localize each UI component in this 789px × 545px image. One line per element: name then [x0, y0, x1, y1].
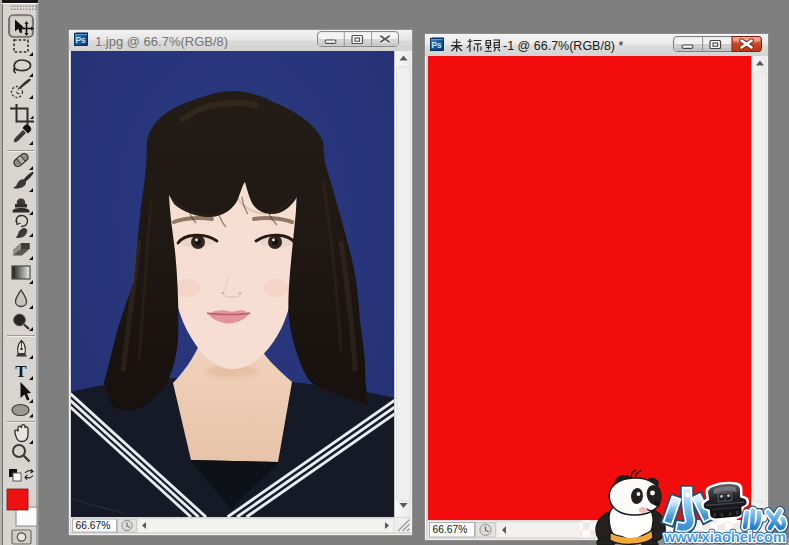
svg-text:Ps: Ps — [75, 35, 86, 45]
svg-text:66.67%: 66.67% — [76, 520, 111, 531]
svg-text:T: T — [15, 362, 27, 381]
svg-text:www.xiaohei.com: www.xiaohei.com — [663, 528, 786, 545]
svg-text:-1 @ 66.7%(RGB/8) *: -1 @ 66.7%(RGB/8) * — [503, 39, 624, 53]
svg-text:66.67%: 66.67% — [433, 524, 468, 535]
svg-text:Ps: Ps — [431, 40, 442, 50]
